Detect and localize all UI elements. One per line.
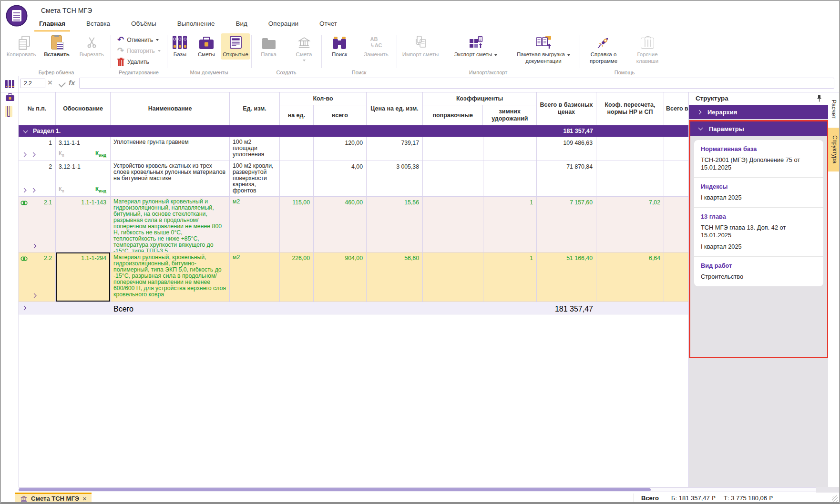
cell-base-total[interactable]: 109 486,63: [537, 137, 596, 161]
cell-recalc[interactable]: [596, 137, 664, 161]
cancel-icon[interactable]: ×: [48, 78, 52, 88]
expand-icon[interactable]: [22, 152, 27, 157]
cell-name[interactable]: Устройство кровель скатных из трех слоев…: [111, 161, 230, 196]
cell-num[interactable]: 2.2: [19, 252, 56, 302]
mini-estimates-icon[interactable]: [3, 93, 16, 101]
side-tab-structure[interactable]: Структура: [828, 128, 840, 171]
cell-coef-winter[interactable]: [483, 137, 537, 161]
cell-unit[interactable]: м2: [230, 197, 280, 252]
expand-icon[interactable]: [31, 152, 36, 157]
function-icon[interactable]: fx: [69, 79, 75, 87]
expand-icon[interactable]: [31, 188, 36, 193]
cell-coef-winter[interactable]: [483, 161, 537, 196]
scrollbar-thumb[interactable]: [19, 488, 651, 491]
horizontal-scrollbar[interactable]: [19, 487, 816, 492]
about-button[interactable]: Справка о программе: [583, 33, 624, 66]
batch-export-button[interactable]: Пакетная выгрузка документации: [509, 33, 578, 66]
expand-icon[interactable]: [22, 306, 27, 311]
cell-current-total[interactable]: [664, 197, 688, 252]
hotkeys-button[interactable]: Горячие клавиши: [629, 33, 666, 66]
grid-total-row[interactable]: Всего 181 357,47: [19, 302, 688, 314]
export-dropdown-icon[interactable]: [494, 54, 497, 56]
cell-name[interactable]: Материал рулонный кровельный и гидроизол…: [111, 197, 230, 252]
cell-qty-total[interactable]: 460,00: [314, 197, 367, 252]
side-tab-calc[interactable]: Расчет: [828, 95, 840, 123]
redo-button[interactable]: ↷ Повторить: [112, 45, 166, 56]
cell-price[interactable]: 3 005,38: [367, 161, 423, 196]
open-documents-button[interactable]: Открытые: [221, 33, 250, 60]
delete-button[interactable]: Удалить: [112, 56, 166, 67]
paste-button[interactable]: Вставить: [40, 33, 73, 60]
confirm-icon[interactable]: [59, 81, 66, 88]
new-folder-button[interactable]: Папка: [254, 33, 284, 60]
selected-cell-code[interactable]: 1.1-1-294: [56, 252, 111, 302]
cell-unit[interactable]: 100 м2 площади уплотнения: [230, 137, 280, 161]
cell-qty-per[interactable]: [280, 137, 314, 161]
cell-coef-corr[interactable]: [423, 161, 483, 196]
menu-tab-vypolnenie[interactable]: Выполнение: [176, 17, 216, 30]
cell-recalc[interactable]: 7,02: [596, 197, 664, 252]
cell-unit[interactable]: м2: [230, 252, 280, 302]
menu-tab-vid[interactable]: Вид: [235, 17, 248, 30]
cell-reference-box[interactable]: 2.2: [20, 79, 45, 88]
collapse-section-icon[interactable]: [23, 129, 28, 133]
copy-button[interactable]: Копировать: [3, 33, 40, 60]
cell-coef-corr[interactable]: [423, 252, 483, 302]
pin-icon[interactable]: [816, 95, 822, 104]
cell-coef-winter[interactable]: 1: [483, 252, 537, 302]
param-work-type[interactable]: Вид работ Строительство: [694, 256, 823, 286]
cell-unit[interactable]: 100 м2 кровли, развернутой поверхности к…: [230, 161, 280, 196]
cell-qty-total[interactable]: 120,00: [314, 137, 367, 161]
menu-tab-otchet[interactable]: Отчет: [318, 17, 338, 30]
cell-name[interactable]: Уплотнение грунта гравием: [111, 137, 230, 161]
param-chapter-13[interactable]: 13 глава ТСН МГЭ глава 13. Доп. 42 от 15…: [694, 207, 823, 256]
parameters-section-header[interactable]: Параметры: [690, 121, 827, 136]
cell-qty-per[interactable]: 226,00: [280, 252, 314, 302]
redo-dropdown-icon[interactable]: [158, 50, 161, 52]
cell-qty-total[interactable]: 4,00: [314, 161, 367, 196]
expand-icon[interactable]: [32, 293, 37, 298]
bases-button[interactable]: Базы: [168, 33, 192, 60]
mini-bases-icon[interactable]: [3, 80, 16, 88]
mini-open-documents-icon[interactable]: [2, 106, 15, 117]
cut-button[interactable]: Вырезать: [74, 33, 110, 60]
undo-button[interactable]: ↶ Отменить: [112, 34, 166, 45]
search-button[interactable]: Поиск: [324, 33, 355, 60]
cell-num[interactable]: 1: [19, 137, 56, 161]
new-estimate-button[interactable]: Смета: [289, 33, 319, 63]
cell-name[interactable]: Материал рулонный, кровельный, гидроизол…: [111, 252, 230, 302]
export-estimate-button[interactable]: Экспорт сметы: [449, 33, 502, 60]
import-estimate-button[interactable]: Импорт сметы: [399, 33, 442, 60]
close-tab-icon[interactable]: ×: [82, 494, 87, 503]
hierarchy-section-header[interactable]: Иерархия: [689, 105, 828, 119]
cell-price[interactable]: 15,56: [367, 197, 423, 252]
param-indices[interactable]: Индексы I квартал 2025: [694, 177, 823, 207]
cell-qty-per[interactable]: 115,00: [280, 197, 314, 252]
expand-icon[interactable]: [22, 188, 27, 193]
cell-current-total[interactable]: [664, 161, 688, 196]
resize-grip-icon[interactable]: [832, 495, 838, 502]
menu-tab-operacii[interactable]: Операции: [267, 17, 299, 30]
estimates-button[interactable]: Сметы: [194, 33, 219, 60]
cell-current-total[interactable]: [664, 137, 688, 161]
cell-base-total[interactable]: 7 157,60: [537, 197, 596, 252]
menu-tab-glavnaya[interactable]: Главная: [38, 17, 66, 30]
cell-coef-corr[interactable]: [423, 137, 483, 161]
cell-current-total[interactable]: [664, 252, 688, 302]
expand-icon[interactable]: [32, 244, 37, 249]
cell-price[interactable]: 739,17: [367, 137, 423, 161]
cell-coef-corr[interactable]: [423, 197, 483, 252]
document-tab[interactable]: Смета ТСН МГЭ ×: [15, 493, 92, 503]
cell-code[interactable]: 3.12-1-1 Кп Кинд: [56, 161, 111, 196]
param-normative-base[interactable]: Нормативная база ТСН-2001 (МГЭ) Дополнен…: [694, 140, 823, 177]
cell-base-total[interactable]: 71 870,84: [537, 161, 596, 196]
cell-num[interactable]: 2: [19, 161, 56, 196]
menu-tab-vstavka[interactable]: Вставка: [85, 17, 111, 30]
cell-price[interactable]: 56,60: [367, 252, 423, 302]
batch-export-dropdown-icon[interactable]: [567, 54, 570, 56]
cell-code[interactable]: 3.11-1-1 Кп Кинд: [56, 137, 111, 161]
cell-code[interactable]: 1.1-1-143: [56, 197, 111, 252]
section-row[interactable]: Раздел 1. 181 357,47: [19, 125, 688, 137]
formula-input[interactable]: [79, 78, 834, 89]
cell-coef-winter[interactable]: 1: [483, 197, 537, 252]
